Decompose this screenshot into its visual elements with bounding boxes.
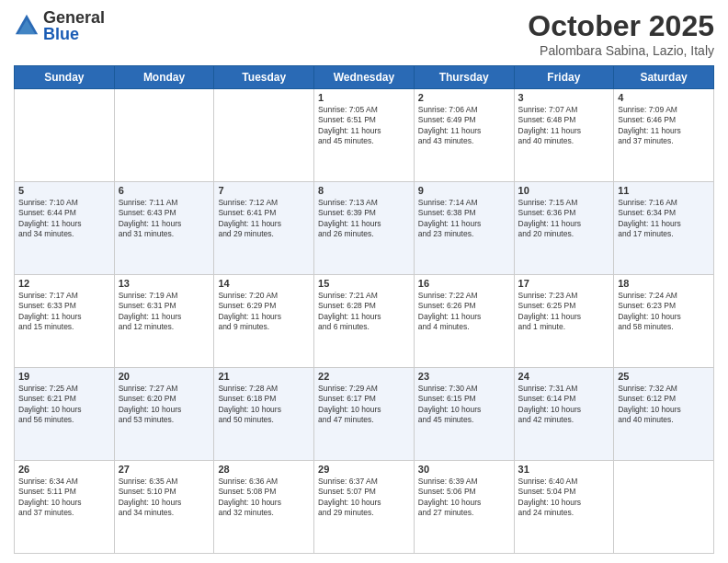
day-number: 1	[318, 92, 410, 103]
cell-info: Sunrise: 7:27 AMSunset: 6:20 PMDaylight:…	[119, 384, 210, 426]
col-wednesday: Wednesday	[314, 66, 415, 89]
month-title: October 2025	[528, 9, 714, 43]
week-row-5: 26Sunrise: 6:34 AMSunset: 5:11 PMDayligh…	[15, 461, 714, 554]
cell-info: Sunrise: 6:39 AMSunset: 5:06 PMDaylight:…	[418, 477, 510, 519]
day-number: 6	[119, 185, 210, 196]
day-number: 12	[18, 278, 110, 289]
cal-cell: 28Sunrise: 6:36 AMSunset: 5:08 PMDayligh…	[214, 461, 314, 554]
col-tuesday: Tuesday	[214, 66, 314, 89]
cell-info: Sunrise: 7:20 AMSunset: 6:29 PMDaylight:…	[218, 291, 310, 333]
cal-cell: 29Sunrise: 6:37 AMSunset: 5:07 PMDayligh…	[314, 461, 415, 554]
cal-cell: 21Sunrise: 7:28 AMSunset: 6:18 PMDayligh…	[214, 368, 314, 461]
cell-info: Sunrise: 7:19 AMSunset: 6:31 PMDaylight:…	[119, 291, 210, 333]
day-number: 13	[119, 278, 210, 289]
cal-cell: 6Sunrise: 7:11 AMSunset: 6:43 PMDaylight…	[114, 182, 214, 275]
day-number: 3	[518, 92, 610, 103]
cal-cell: 16Sunrise: 7:22 AMSunset: 6:26 PMDayligh…	[414, 275, 514, 368]
title-section: October 2025 Palombara Sabina, Lazio, It…	[528, 9, 714, 58]
cell-info: Sunrise: 7:17 AMSunset: 6:33 PMDaylight:…	[18, 291, 110, 333]
logo: General Blue	[14, 9, 105, 42]
logo-blue-text: Blue	[43, 26, 105, 42]
cell-info: Sunrise: 7:32 AMSunset: 6:12 PMDaylight:…	[618, 384, 710, 426]
header: General Blue October 2025 Palombara Sabi…	[14, 9, 714, 58]
day-number: 18	[618, 278, 710, 289]
cal-cell: 20Sunrise: 7:27 AMSunset: 6:20 PMDayligh…	[114, 368, 214, 461]
cell-info: Sunrise: 6:40 AMSunset: 5:04 PMDaylight:…	[518, 477, 610, 519]
week-row-4: 19Sunrise: 7:25 AMSunset: 6:21 PMDayligh…	[15, 368, 714, 461]
day-number: 5	[18, 185, 110, 196]
cell-info: Sunrise: 7:07 AMSunset: 6:48 PMDaylight:…	[518, 105, 610, 147]
cal-cell: 31Sunrise: 6:40 AMSunset: 5:04 PMDayligh…	[514, 461, 614, 554]
day-number: 26	[18, 464, 110, 475]
col-saturday: Saturday	[614, 66, 714, 89]
col-sunday: Sunday	[15, 66, 115, 89]
day-number: 7	[218, 185, 310, 196]
cell-info: Sunrise: 7:06 AMSunset: 6:49 PMDaylight:…	[418, 105, 510, 147]
cal-cell: 25Sunrise: 7:32 AMSunset: 6:12 PMDayligh…	[614, 368, 714, 461]
day-number: 16	[418, 278, 510, 289]
cal-cell	[114, 89, 214, 182]
day-number: 2	[418, 92, 510, 103]
cal-cell: 27Sunrise: 6:35 AMSunset: 5:10 PMDayligh…	[114, 461, 214, 554]
day-number: 21	[218, 371, 310, 382]
cal-cell: 4Sunrise: 7:09 AMSunset: 6:46 PMDaylight…	[614, 89, 714, 182]
day-number: 24	[518, 371, 610, 382]
day-number: 22	[318, 371, 410, 382]
cal-cell: 2Sunrise: 7:06 AMSunset: 6:49 PMDaylight…	[414, 89, 514, 182]
cal-cell: 9Sunrise: 7:14 AMSunset: 6:38 PMDaylight…	[414, 182, 514, 275]
day-number: 14	[218, 278, 310, 289]
cal-cell: 15Sunrise: 7:21 AMSunset: 6:28 PMDayligh…	[314, 275, 415, 368]
cell-info: Sunrise: 7:21 AMSunset: 6:28 PMDaylight:…	[318, 291, 410, 333]
col-friday: Friday	[514, 66, 614, 89]
calendar-table: Sunday Monday Tuesday Wednesday Thursday…	[14, 65, 714, 554]
logo-general-text: General	[43, 9, 105, 26]
cal-cell: 19Sunrise: 7:25 AMSunset: 6:21 PMDayligh…	[15, 368, 115, 461]
cal-cell: 10Sunrise: 7:15 AMSunset: 6:36 PMDayligh…	[514, 182, 614, 275]
day-number: 20	[119, 371, 210, 382]
cal-cell	[614, 461, 714, 554]
cell-info: Sunrise: 6:37 AMSunset: 5:07 PMDaylight:…	[318, 477, 410, 519]
cal-cell: 18Sunrise: 7:24 AMSunset: 6:23 PMDayligh…	[614, 275, 714, 368]
cell-info: Sunrise: 7:15 AMSunset: 6:36 PMDaylight:…	[518, 198, 610, 240]
cal-cell: 26Sunrise: 6:34 AMSunset: 5:11 PMDayligh…	[15, 461, 115, 554]
cell-info: Sunrise: 7:11 AMSunset: 6:43 PMDaylight:…	[119, 198, 210, 240]
cell-info: Sunrise: 7:16 AMSunset: 6:34 PMDaylight:…	[618, 198, 710, 240]
day-number: 19	[18, 371, 110, 382]
cal-cell: 3Sunrise: 7:07 AMSunset: 6:48 PMDaylight…	[514, 89, 614, 182]
cell-info: Sunrise: 7:09 AMSunset: 6:46 PMDaylight:…	[618, 105, 710, 147]
day-number: 31	[518, 464, 610, 475]
cell-info: Sunrise: 6:34 AMSunset: 5:11 PMDaylight:…	[18, 477, 110, 519]
cell-info: Sunrise: 7:25 AMSunset: 6:21 PMDaylight:…	[18, 384, 110, 426]
cell-info: Sunrise: 7:30 AMSunset: 6:15 PMDaylight:…	[418, 384, 510, 426]
day-number: 9	[418, 185, 510, 196]
day-number: 28	[218, 464, 310, 475]
cal-cell: 12Sunrise: 7:17 AMSunset: 6:33 PMDayligh…	[15, 275, 115, 368]
day-number: 27	[119, 464, 210, 475]
week-row-2: 5Sunrise: 7:10 AMSunset: 6:44 PMDaylight…	[15, 182, 714, 275]
location: Palombara Sabina, Lazio, Italy	[528, 43, 714, 58]
cell-info: Sunrise: 7:05 AMSunset: 6:51 PMDaylight:…	[318, 105, 410, 147]
cell-info: Sunrise: 7:28 AMSunset: 6:18 PMDaylight:…	[218, 384, 310, 426]
cal-cell: 11Sunrise: 7:16 AMSunset: 6:34 PMDayligh…	[614, 182, 714, 275]
col-thursday: Thursday	[414, 66, 514, 89]
cal-cell: 5Sunrise: 7:10 AMSunset: 6:44 PMDaylight…	[15, 182, 115, 275]
week-row-3: 12Sunrise: 7:17 AMSunset: 6:33 PMDayligh…	[15, 275, 714, 368]
cal-cell: 17Sunrise: 7:23 AMSunset: 6:25 PMDayligh…	[514, 275, 614, 368]
day-number: 15	[318, 278, 410, 289]
day-number: 30	[418, 464, 510, 475]
header-row: Sunday Monday Tuesday Wednesday Thursday…	[15, 66, 714, 89]
day-number: 23	[418, 371, 510, 382]
logo-icon	[14, 13, 40, 39]
cal-cell: 8Sunrise: 7:13 AMSunset: 6:39 PMDaylight…	[314, 182, 415, 275]
cell-info: Sunrise: 7:24 AMSunset: 6:23 PMDaylight:…	[618, 291, 710, 333]
cell-info: Sunrise: 7:22 AMSunset: 6:26 PMDaylight:…	[418, 291, 510, 333]
cell-info: Sunrise: 6:35 AMSunset: 5:10 PMDaylight:…	[119, 477, 210, 519]
day-number: 29	[318, 464, 410, 475]
day-number: 17	[518, 278, 610, 289]
day-number: 8	[318, 185, 410, 196]
col-monday: Monday	[114, 66, 214, 89]
cell-info: Sunrise: 7:10 AMSunset: 6:44 PMDaylight:…	[18, 198, 110, 240]
cell-info: Sunrise: 6:36 AMSunset: 5:08 PMDaylight:…	[218, 477, 310, 519]
page: General Blue October 2025 Palombara Sabi…	[0, 0, 728, 563]
day-number: 11	[618, 185, 710, 196]
